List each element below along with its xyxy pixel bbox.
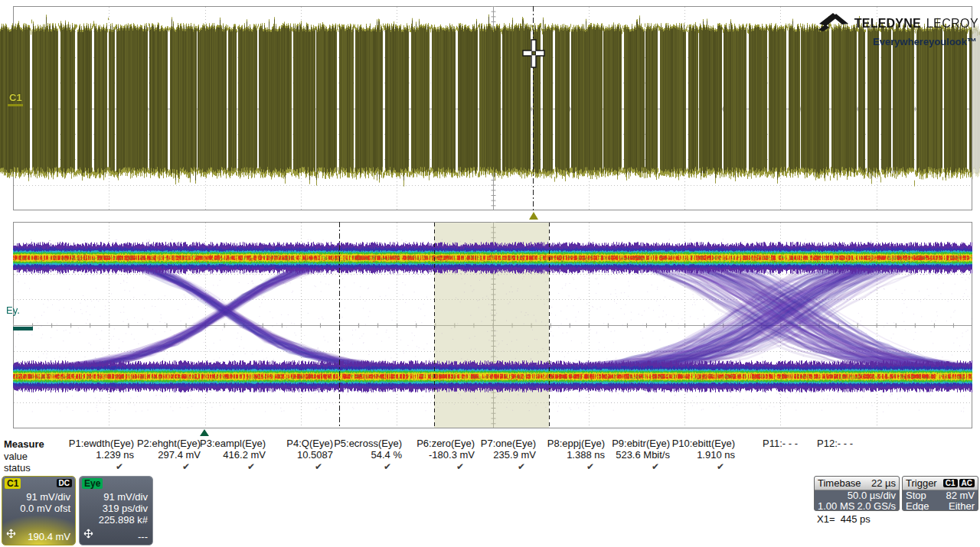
brand-tagline: Everywhereyoulook™ — [831, 36, 978, 47]
brand-name-lecroy: LECROY — [926, 17, 978, 31]
measure-status-check — [753, 461, 853, 472]
c1-coupling-badge: DC — [57, 479, 72, 487]
eye-sweeps: 225.898 k# — [99, 514, 148, 526]
c1-vdiv: 91 mV/div — [26, 491, 70, 503]
move-cursor-icon — [83, 528, 93, 542]
trigger-box[interactable]: Trigger C1 AC Stop 82 mV Edge Either — [902, 476, 978, 511]
brand-name-teledyne: TELEDYNE — [854, 17, 921, 31]
c1-readout: 190.4 mV — [28, 531, 70, 542]
teledyne-arrow-icon — [816, 12, 851, 35]
trigger-coupling-badge: AC — [959, 479, 975, 487]
eye-readout: --- — [138, 531, 148, 542]
timebase-points: 1.00 MS — [818, 501, 854, 511]
timebase-rate: 2.0 GS/s — [857, 501, 896, 511]
status-row-label: status — [4, 462, 31, 474]
trigger-kind: Edge — [906, 501, 929, 511]
eye-diagram-canvas — [13, 222, 972, 428]
gate-right-edge[interactable] — [549, 223, 550, 428]
c1-offset: 0.0 mV ofst — [20, 503, 70, 514]
eye-vdiv: 91 mV/div — [103, 491, 148, 503]
c1-channel-badge: C1 — [5, 478, 21, 489]
eye-position-marker[interactable] — [200, 429, 209, 436]
trigger-mode: Stop — [906, 490, 926, 501]
timebase-delay: 22 µs — [871, 477, 896, 489]
value-row-label: value — [4, 451, 28, 462]
trigger-level: 82 mV — [946, 490, 975, 501]
x1-cursor-line-top[interactable] — [533, 6, 534, 210]
move-cursor-icon — [6, 528, 16, 542]
eye-level-marker — [13, 327, 33, 330]
measure-column-p12[interactable]: P12:- - - — [753, 438, 853, 472]
x1-cursor-readout: X1= 445 ps — [817, 513, 871, 525]
timebase-scale: 50.0 µs/div — [848, 490, 896, 501]
eye-hdiv: 319 ps/div — [103, 503, 148, 514]
trigger-slope: Either — [949, 501, 975, 511]
trigger-title: Trigger — [906, 477, 937, 489]
timebase-box[interactable]: Timebase 22 µs 50.0 µs/div 1.00 MS 2.0 G… — [814, 476, 900, 511]
oscilloscope-screen: TELEDYNE LECROY Everywhereyoulook™ C1 Ey… — [0, 0, 980, 547]
brand-logo: TELEDYNE LECROY Everywhereyoulook™ — [831, 12, 978, 47]
eye-trace-badge: Eye — [82, 478, 103, 489]
timebase-title: Timebase — [818, 477, 861, 489]
trigger-source-badge: C1 — [943, 479, 958, 487]
measure-header[interactable]: P12:- - - — [753, 438, 853, 450]
c1-descriptor-box[interactable]: C1 DC 91 mV/div 0.0 mV ofst 190.4 mV — [2, 476, 76, 545]
c1-level-marker — [8, 104, 23, 106]
cursor-line-eye[interactable] — [339, 222, 340, 428]
measure-value — [753, 450, 853, 461]
x1-cursor-marker[interactable] — [529, 212, 538, 220]
eye-descriptor-box[interactable]: Eye 91 mV/div 319 ps/div 225.898 k# --- — [79, 476, 153, 545]
gate-left-edge[interactable] — [434, 223, 435, 428]
c1-trace-label: C1 — [9, 92, 22, 103]
cross-cursor[interactable] — [522, 39, 545, 71]
eye-trace-label: Ey. — [6, 304, 20, 316]
